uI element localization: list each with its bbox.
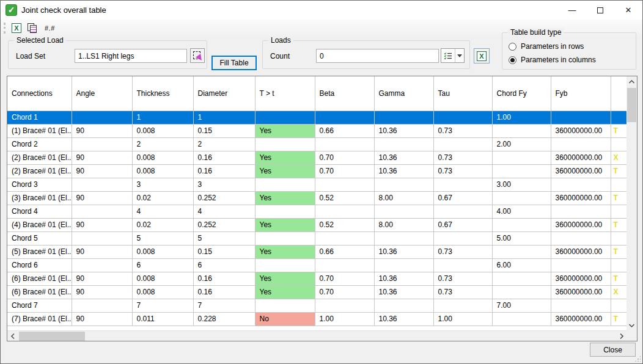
load-set-input[interactable] <box>75 49 187 63</box>
table-cell[interactable]: 8.00 <box>374 191 433 205</box>
number-format-button[interactable]: #.# <box>45 24 55 32</box>
table-cell[interactable]: (2) Brace# 01 (El... <box>7 164 72 178</box>
table-row[interactable]: (7) Brace# 01 (El...900.0110.228No1.0010… <box>7 312 626 326</box>
table-cell[interactable]: 0.16 <box>193 164 255 178</box>
table-cell[interactable]: 0.66 <box>315 245 374 258</box>
table-cell[interactable]: 4.00 <box>492 205 551 218</box>
table-cell[interactable]: 0.008 <box>132 124 193 137</box>
table-cell[interactable] <box>315 299 374 312</box>
table-cell[interactable]: Yes <box>255 285 315 299</box>
table-row[interactable]: (4) Brace# 01 (El...900.020.252Yes0.528.… <box>7 218 626 231</box>
export-loads-excel-button[interactable]: X <box>474 48 490 64</box>
table-cell[interactable]: 0.73 <box>433 151 492 164</box>
table-cell[interactable] <box>433 178 492 191</box>
table-cell[interactable] <box>611 231 626 245</box>
table-cell[interactable]: 3 <box>193 178 255 191</box>
table-cell[interactable]: No <box>255 312 315 326</box>
table-cell[interactable] <box>492 272 551 285</box>
table-cell[interactable] <box>492 218 551 231</box>
table-cell[interactable]: 7 <box>193 299 255 312</box>
dropdown-arrow-icon[interactable] <box>455 49 464 62</box>
table-cell[interactable] <box>72 178 132 191</box>
table-cell[interactable] <box>72 258 132 272</box>
table-cell[interactable] <box>433 137 492 151</box>
table-row[interactable]: (2) Brace# 01 (El...900.0080.16Yes0.7010… <box>7 151 626 164</box>
table-cell[interactable]: 0.52 <box>315 191 374 205</box>
table-cell[interactable]: 0.16 <box>193 272 255 285</box>
table-cell[interactable] <box>492 151 551 164</box>
table-cell[interactable]: 360000000.00 <box>551 218 611 231</box>
table-cell[interactable]: 360000000.00 <box>551 151 611 164</box>
table-cell[interactable]: 360000000.00 <box>551 245 611 258</box>
table-cell[interactable]: T <box>611 312 626 326</box>
table-cell[interactable] <box>255 299 315 312</box>
table-cell[interactable]: 3 <box>132 178 193 191</box>
table-cell[interactable] <box>315 137 374 151</box>
table-cell[interactable] <box>492 285 551 299</box>
table-cell[interactable] <box>492 164 551 178</box>
table-cell[interactable] <box>551 231 611 245</box>
table-cell[interactable]: 360000000.00 <box>551 164 611 178</box>
vertical-scrollbar[interactable] <box>626 76 637 330</box>
table-cell[interactable] <box>492 312 551 326</box>
table-cell[interactable] <box>315 231 374 245</box>
column-header[interactable]: T > t <box>255 76 315 111</box>
table-row[interactable]: Chord 4444.00 <box>7 205 626 218</box>
table-cell[interactable]: 10.36 <box>374 124 433 137</box>
export-excel-button[interactable]: X <box>12 23 21 33</box>
horizontal-scrollbar[interactable] <box>7 330 626 341</box>
table-cell[interactable]: Chord 2 <box>7 137 72 151</box>
table-cell[interactable] <box>374 299 433 312</box>
table-cell[interactable]: Chord 1 <box>7 111 72 124</box>
table-cell[interactable]: X <box>611 151 626 164</box>
table-cell[interactable]: 10.36 <box>374 245 433 258</box>
column-header[interactable]: Thickness <box>132 76 193 111</box>
table-cell[interactable] <box>315 178 374 191</box>
table-cell[interactable]: 90 <box>72 191 132 205</box>
table-cell[interactable]: 0.70 <box>315 285 374 299</box>
column-header[interactable] <box>611 76 626 111</box>
table-cell[interactable] <box>374 111 433 124</box>
table-cell[interactable]: Yes <box>255 191 315 205</box>
table-cell[interactable]: 1 <box>193 111 255 124</box>
table-cell[interactable]: 0.16 <box>193 151 255 164</box>
table-cell[interactable] <box>551 258 611 272</box>
table-cell[interactable]: 6 <box>132 258 193 272</box>
table-cell[interactable]: 6 <box>193 258 255 272</box>
table-cell[interactable] <box>72 111 132 124</box>
table-cell[interactable]: 0.66 <box>315 124 374 137</box>
table-cell[interactable] <box>315 258 374 272</box>
column-header[interactable]: Connections <box>7 76 72 111</box>
table-cell[interactable]: 3.00 <box>492 178 551 191</box>
table-cell[interactable] <box>315 111 374 124</box>
table-cell[interactable]: 0.252 <box>193 218 255 231</box>
table-cell[interactable]: 5.00 <box>492 231 551 245</box>
table-cell[interactable]: 0.228 <box>193 312 255 326</box>
table-cell[interactable]: 0.73 <box>433 285 492 299</box>
table-cell[interactable]: 7 <box>132 299 193 312</box>
table-cell[interactable]: Chord 5 <box>7 231 72 245</box>
table-cell[interactable]: 90 <box>72 245 132 258</box>
table-cell[interactable] <box>551 299 611 312</box>
table-cell[interactable] <box>433 111 492 124</box>
table-cell[interactable]: (5) Brace# 01 (El... <box>7 245 72 258</box>
table-cell[interactable]: 10.36 <box>374 272 433 285</box>
column-header[interactable]: Beta <box>315 76 374 111</box>
table-cell[interactable]: (4) Brace# 01 (El... <box>7 218 72 231</box>
table-row[interactable]: (1) Brace# 01 (El...900.0080.15Yes0.6610… <box>7 124 626 137</box>
table-cell[interactable]: 0.70 <box>315 272 374 285</box>
radio-icon[interactable] <box>509 43 516 51</box>
table-cell[interactable]: (6) Brace# 01 (El... <box>7 285 72 299</box>
toolbar-grip[interactable] <box>4 23 6 34</box>
table-cell[interactable] <box>374 258 433 272</box>
table-cell[interactable]: T <box>611 218 626 231</box>
close-button[interactable]: Close <box>590 343 636 357</box>
table-cell[interactable]: 0.70 <box>315 151 374 164</box>
table-cell[interactable]: Chord 6 <box>7 258 72 272</box>
table-cell[interactable] <box>255 231 315 245</box>
table-cell[interactable]: 5 <box>193 231 255 245</box>
table-cell[interactable]: 360000000.00 <box>551 285 611 299</box>
table-cell[interactable]: 0.67 <box>433 218 492 231</box>
table-cell[interactable]: 6.00 <box>492 258 551 272</box>
table-cell[interactable]: 360000000.00 <box>551 272 611 285</box>
